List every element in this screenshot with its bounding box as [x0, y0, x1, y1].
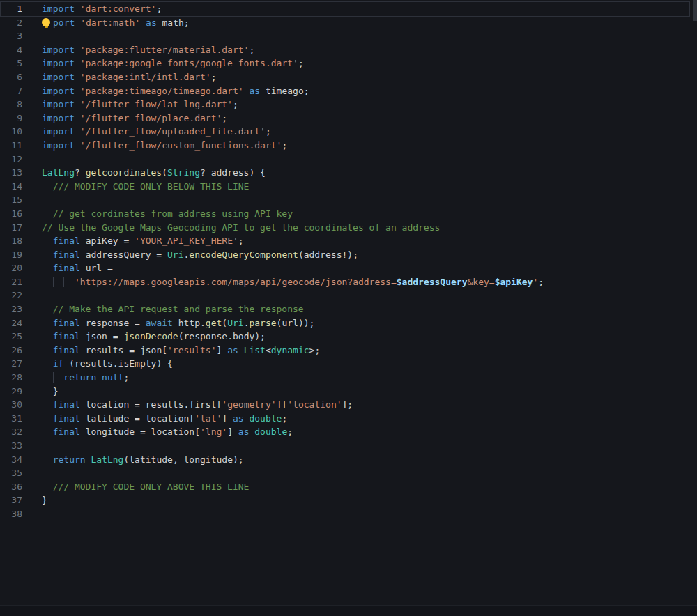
line-number: 24: [0, 316, 22, 330]
line-number: 15: [0, 193, 22, 207]
line-number: 5: [0, 56, 22, 70]
code-line[interactable]: import '/flutter_flow/lat_lng.dart';: [42, 98, 697, 111]
code-line[interactable]: final longitude = location['lng'] as dou…: [42, 425, 697, 439]
code-token: // Make the API request and parse the re…: [42, 304, 304, 314]
code-token: [: [162, 345, 167, 355]
line-number: 18: [0, 234, 22, 248]
code-token: as: [146, 17, 157, 28]
code-line[interactable]: // Use the Google Maps Geocoding API to …: [42, 221, 697, 235]
code-line[interactable]: [42, 439, 697, 453]
code-line[interactable]: }: [42, 493, 697, 507]
code-line[interactable]: if (results.isEmpty) {: [42, 357, 697, 371]
code-line[interactable]: final apiKey = 'YOUR_API_KEY_HERE';: [42, 234, 697, 248]
line-number: 2: [0, 16, 22, 30]
code-token: [42, 318, 53, 328]
code-token: =: [129, 413, 145, 424]
code-token: ;: [304, 86, 309, 96]
code-token: [42, 372, 53, 383]
code-token: Uri: [167, 249, 183, 260]
code-token: [80, 263, 86, 273]
code-line[interactable]: final location = results.first['geometry…: [42, 398, 697, 412]
code-line[interactable]: // get cordinates from address using API…: [42, 207, 697, 221]
code-token: import: [42, 3, 75, 14]
line-number: 36: [0, 480, 22, 494]
code-token: .: [227, 331, 233, 341]
code-token: ?: [200, 167, 206, 178]
code-line[interactable]: LatLng? getcoordinates(String? address) …: [42, 166, 697, 180]
code-token: ));: [298, 318, 314, 328]
code-line[interactable]: import 'dart:convert';: [42, 2, 697, 16]
code-line[interactable]: [42, 288, 697, 302]
code-token: [42, 249, 53, 260]
code-line[interactable]: return LatLng(latitude, longitude);: [42, 453, 697, 467]
line-number: 22: [0, 288, 22, 302]
line-number: 25: [0, 330, 22, 344]
code-line[interactable]: final json = jsonDecode(response.body);: [42, 330, 697, 344]
code-line[interactable]: port 'dart:math' as math;: [42, 16, 697, 30]
code-token: import: [42, 140, 75, 151]
code-line[interactable]: [42, 153, 697, 167]
code-token: [75, 126, 80, 137]
code-token: ;: [184, 17, 190, 28]
code-line[interactable]: [42, 466, 697, 480]
code-line[interactable]: 'https://maps.googleapis.com/maps/api/ge…: [42, 275, 697, 289]
code-token: json: [140, 345, 162, 355]
code-token: [75, 99, 80, 109]
code-line[interactable]: final addressQuery = Uri.encodeQueryComp…: [42, 248, 697, 262]
code-line[interactable]: import 'package:intl/intl.dart';: [42, 70, 697, 84]
code-token: .: [200, 318, 206, 328]
code-token: [75, 45, 80, 55]
code-token: [42, 358, 53, 369]
code-line[interactable]: [42, 193, 697, 207]
code-token: ;: [266, 126, 271, 137]
line-number: 37: [0, 493, 22, 507]
code-token: (: [69, 358, 75, 369]
line-number: 21: [0, 275, 22, 289]
lightbulb-icon[interactable]: [42, 18, 50, 26]
code-line[interactable]: import 'package:flutter/material.dart';: [42, 43, 697, 57]
line-number: 33: [0, 439, 22, 453]
code-token: LatLng: [42, 167, 75, 178]
code-editor[interactable]: 1234567891011121314151617181920212223242…: [0, 0, 697, 605]
code-line[interactable]: // Make the API request and parse the re…: [42, 302, 697, 316]
code-token: [238, 345, 244, 355]
code-line[interactable]: import 'package:timeago/timeago.dart' as…: [42, 84, 697, 98]
code-token: ;: [282, 413, 287, 424]
code-token: final: [53, 426, 80, 437]
code-line[interactable]: [42, 507, 697, 521]
code-line[interactable]: return null;: [42, 371, 697, 385]
code-token: results: [86, 345, 124, 355]
code-token: encodeQueryComponent: [189, 249, 298, 260]
code-token: =: [102, 263, 113, 273]
code-token: addressQuery: [86, 249, 151, 260]
code-token: final: [53, 236, 80, 246]
code-token: [75, 86, 80, 96]
code-token: body: [233, 331, 254, 341]
code-token: LatLng: [91, 454, 123, 465]
code-line[interactable]: final results = json['results'] as List<…: [42, 344, 697, 357]
code-token: '/flutter_flow/uploaded_file.dart': [80, 126, 266, 137]
code-line[interactable]: final response = await http.get(Uri.pars…: [42, 316, 697, 330]
code-token: final: [53, 345, 80, 355]
code-line[interactable]: [42, 29, 697, 43]
code-token: final: [53, 249, 80, 260]
code-line[interactable]: /// MODIFY CODE ONLY ABOVE THIS LINE: [42, 480, 697, 494]
code-line[interactable]: import '/flutter_flow/place.dart';: [42, 111, 697, 125]
code-line[interactable]: import '/flutter_flow/uploaded_file.dart…: [42, 125, 697, 139]
code-line[interactable]: /// MODIFY CODE ONLY BELOW THIS LINE: [42, 180, 697, 194]
line-number: 27: [0, 357, 22, 371]
code-line[interactable]: final latitude = location['lat'] as doub…: [42, 412, 697, 426]
code-token: final: [53, 318, 80, 328]
line-number: 20: [0, 261, 22, 275]
code-token: ;: [298, 58, 304, 68]
code-line[interactable]: import 'package:google_fonts/google_font…: [42, 56, 697, 70]
code-line[interactable]: final url =: [42, 261, 697, 275]
code-token: [42, 454, 53, 465]
code-line[interactable]: import '/flutter_flow/custom_functions.d…: [42, 139, 697, 153]
code-line[interactable]: }: [42, 385, 697, 399]
code-token: latitude: [86, 413, 130, 424]
code-token: [140, 17, 146, 28]
code-token: [: [189, 413, 194, 424]
line-number: 6: [0, 70, 22, 84]
scrollbar-thumb[interactable]: [693, 0, 697, 21]
